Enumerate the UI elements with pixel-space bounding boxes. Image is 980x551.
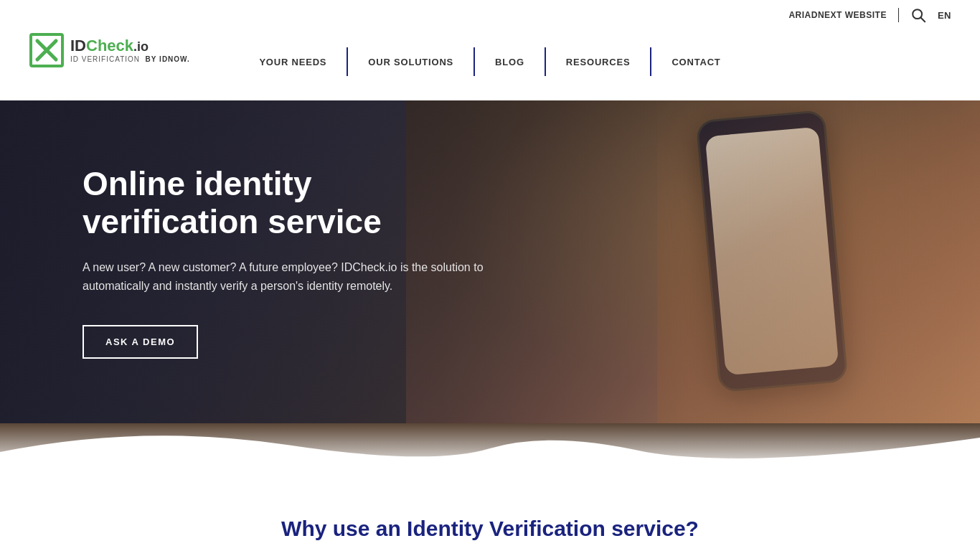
search-button[interactable] <box>910 7 926 23</box>
hero-section: Online identity verification service A n… <box>0 100 980 423</box>
nav-item-blog[interactable]: BLOG <box>475 40 545 83</box>
header-top-bar: ARIADNEXT WEBSITE EN <box>0 0 980 23</box>
logo-tagline: ID VERIFICATION by IDnow. <box>70 55 190 63</box>
hero-subtitle: A new user? A new customer? A future emp… <box>83 258 484 296</box>
section-why: Why use an Identity Verification service… <box>0 474 980 551</box>
wave-svg <box>0 423 980 474</box>
logo-icon <box>29 32 65 68</box>
svg-line-5 <box>921 18 925 22</box>
nav-item-our-solutions[interactable]: OUR SOLUTIONS <box>348 40 473 83</box>
nav-item-resources[interactable]: RESOURCES <box>546 40 651 83</box>
language-selector[interactable]: EN <box>938 10 951 21</box>
nav-item-contact[interactable]: CONTACT <box>651 40 740 83</box>
hero-content: Online identity verification service A n… <box>0 165 484 359</box>
logo-name: IDCheck.io <box>70 37 190 55</box>
logo[interactable]: IDCheck.io ID VERIFICATION by IDnow. <box>29 32 190 68</box>
wave-divider <box>0 423 980 474</box>
header-divider <box>898 8 899 22</box>
header: IDCheck.io ID VERIFICATION by IDnow. ARI… <box>0 0 980 100</box>
logo-text: IDCheck.io ID VERIFICATION by IDnow. <box>70 37 190 62</box>
ask-demo-button[interactable]: ASK A DEMO <box>83 325 198 359</box>
section-why-title: Why use an Identity Verification service… <box>29 517 951 541</box>
search-icon <box>910 7 926 23</box>
ariadnext-link[interactable]: ARIADNEXT WEBSITE <box>788 10 887 20</box>
hero-title: Online identity verification service <box>83 165 484 241</box>
nav-item-your-needs[interactable]: YOUR NEEDS <box>239 40 347 83</box>
